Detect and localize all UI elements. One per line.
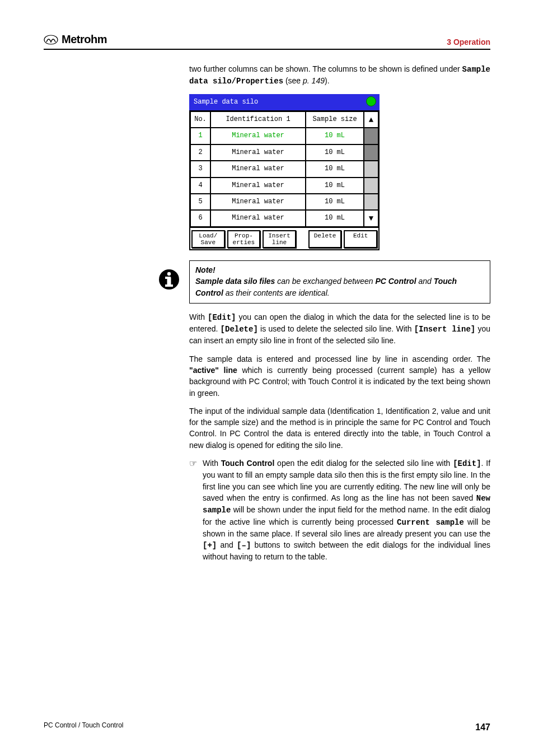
page-footer: PC Control / Touch Control 147 [44, 721, 490, 734]
dialog-title: Sample data silo [194, 98, 258, 106]
silo-table: No. Identification 1 Sample size ▲ 1Mine… [189, 110, 380, 228]
svg-point-2 [167, 272, 171, 276]
cell-id: Mineral water [210, 210, 306, 226]
scroll-track[interactable] [364, 178, 378, 194]
pointing-hand-icon: ☞ [189, 458, 197, 563]
properties-button[interactable]: Prop- erties [227, 230, 261, 248]
note-b1: Sample data silo files [195, 277, 275, 286]
delete-ref: [Delete] [221, 325, 258, 334]
table-row[interactable]: 3Mineral water10 mL [190, 161, 378, 177]
col-size: Sample size [306, 111, 364, 128]
intro-b: (see [283, 76, 303, 85]
sample-data-silo-screenshot: Sample data silo No. Identification 1 Sa… [189, 94, 380, 250]
table-row[interactable]: 6Mineral water10 mL▼ [190, 210, 378, 226]
scroll-up-button[interactable]: ▲ [364, 111, 378, 128]
plus-ref: [+] [203, 541, 217, 550]
paragraph-input: The input of the individual sample data … [189, 405, 490, 451]
tc-ref: Touch Control [221, 459, 275, 468]
note-t2: and [416, 277, 434, 286]
dialog-button-row: Load/ Save Prop- erties Insert line Dele… [189, 228, 380, 250]
paragraph-active-line: The sample data is entered and processed… [189, 353, 490, 399]
page-number: 147 [475, 721, 490, 734]
note-t3: as their contents are identical. [223, 288, 330, 297]
note-box: Note! Sample data silo files can be exch… [189, 260, 490, 304]
col-no: No. [190, 111, 210, 128]
note-t1: can be exchanged between [275, 277, 375, 286]
minus-ref: [–] [237, 541, 251, 550]
cell-no: 2 [190, 144, 210, 161]
table-row[interactable]: 2Mineral water10 mL [190, 144, 378, 161]
cell-no: 3 [190, 161, 210, 177]
col-id: Identification 1 [210, 111, 306, 128]
cell-size: 10 mL [306, 178, 364, 194]
cell-no: 6 [190, 210, 210, 226]
paragraph-edit-delete: With [Edit] you can open the dialog in w… [189, 311, 490, 347]
note-b2: PC Control [375, 277, 416, 286]
scroll-track[interactable] [364, 128, 378, 144]
scroll-down-button[interactable]: ▼ [364, 210, 378, 226]
insert-ref: [Insert line] [414, 325, 476, 334]
cell-id: Mineral water [210, 194, 306, 210]
scroll-track[interactable] [364, 144, 378, 161]
cell-no: 1 [190, 128, 210, 144]
info-icon [158, 268, 180, 293]
cell-no: 5 [190, 194, 210, 210]
cell-id: Mineral water [210, 144, 306, 161]
cell-size: 10 mL [306, 128, 364, 144]
footer-left: PC Control / Touch Control [44, 721, 124, 734]
load-save-button[interactable]: Load/ Save [191, 230, 225, 248]
cell-id: Mineral water [210, 128, 306, 144]
logo-icon [44, 35, 58, 45]
touch-control-text: With Touch Control open the edit dialog … [203, 458, 490, 563]
note-heading: Note! [195, 264, 484, 276]
section-title: 3 Operation [447, 36, 490, 48]
table-header-row: No. Identification 1 Sample size ▲ [190, 111, 378, 128]
insert-line-button[interactable]: Insert line [263, 230, 296, 248]
chevron-down-icon: ▼ [369, 213, 373, 224]
logo-text: Metrohm [62, 31, 107, 48]
edit-ref: [Edit] [208, 313, 236, 322]
cell-size: 10 mL [306, 194, 364, 210]
dialog-titlebar: Sample data silo [189, 94, 380, 110]
help-icon[interactable] [366, 96, 376, 106]
intro-paragraph: two further columns can be shown. The co… [189, 63, 490, 87]
scroll-track[interactable] [364, 161, 378, 177]
chevron-up-icon: ▲ [369, 114, 373, 125]
cell-size: 10 mL [306, 144, 364, 161]
svg-rect-4 [165, 277, 170, 279]
cell-size: 10 mL [306, 161, 364, 177]
touch-control-bullet: ☞ With Touch Control open the edit dialo… [189, 458, 490, 563]
logo: Metrohm [44, 31, 107, 48]
intro-a: two further columns can be shown. The co… [189, 64, 462, 73]
intro-c: ). [325, 76, 330, 85]
note-body: Sample data silo files can be exchanged … [195, 276, 484, 298]
table-row[interactable]: 1Mineral water10 mL [190, 128, 378, 144]
cell-id: Mineral water [210, 178, 306, 194]
edit-ref-2: [Edit] [453, 459, 481, 468]
intro-pageref: p. 149 [303, 76, 325, 85]
scroll-track[interactable] [364, 194, 378, 210]
page-header: Metrohm 3 Operation [44, 31, 490, 50]
table-row[interactable]: 5Mineral water10 mL [190, 194, 378, 210]
current-sample-ref: Current sample [397, 518, 464, 527]
active-line-ref: "active" line [189, 366, 237, 375]
table-row[interactable]: 4Mineral water10 mL [190, 178, 378, 194]
edit-button[interactable]: Edit [344, 230, 377, 248]
cell-size: 10 mL [306, 210, 364, 226]
delete-button[interactable]: Delete [308, 230, 342, 248]
cell-id: Mineral water [210, 161, 306, 177]
svg-rect-5 [165, 284, 173, 287]
cell-no: 4 [190, 178, 210, 194]
